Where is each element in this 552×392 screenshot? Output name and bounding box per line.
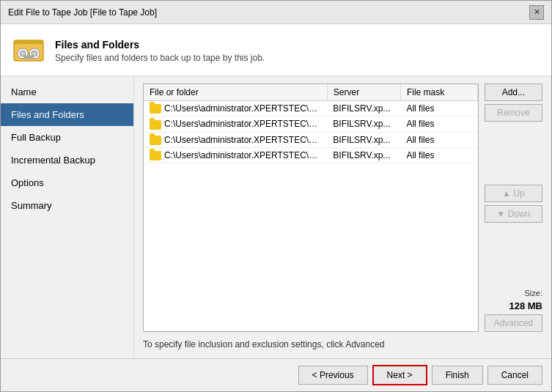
finish-button[interactable]: Finish <box>432 366 483 385</box>
sidebar-item-options[interactable]: Options <box>1 171 133 194</box>
right-buttons: Add... Remove ▲ Up ▼ Down Size: 128 MB A… <box>485 84 542 332</box>
folder-icon <box>150 151 161 160</box>
files-panel: File or folder Server File mask C:\Users… <box>143 84 542 332</box>
server-cell: BIFILSRV.xp... <box>327 147 400 163</box>
file-table-container: File or folder Server File mask C:\Users… <box>143 84 479 332</box>
mask-cell: All files <box>400 132 477 147</box>
add-button[interactable]: Add... <box>485 84 542 101</box>
file-path-cell: C:\Users\administrator.XPERTSTEC\Docu... <box>144 132 327 147</box>
dialog-title: Edit File to Tape Job [File to Tape Job] <box>8 7 157 18</box>
previous-button[interactable]: < Previous <box>298 366 368 385</box>
sidebar-item-summary[interactable]: Summary <box>1 194 133 217</box>
mask-cell: All files <box>400 101 477 117</box>
table-row[interactable]: C:\Users\administrator.XPERTSTEC\Docu...… <box>144 101 477 117</box>
server-cell: BIFILSRV.xp... <box>327 132 400 147</box>
hint-text: To specify file inclusion and exclusion … <box>143 336 542 351</box>
table-row[interactable]: C:\Users\administrator.XPERTSTEC\Docu...… <box>144 117 477 132</box>
bottom-bar: < Previous Next > Finish Cancel <box>1 358 551 391</box>
col-header-server: Server <box>327 84 400 101</box>
advanced-button[interactable]: Advanced <box>485 314 542 332</box>
tape-icon <box>11 33 46 68</box>
main-content: File or folder Server File mask C:\Users… <box>134 76 551 358</box>
sidebar-item-name[interactable]: Name <box>1 81 133 103</box>
cancel-button[interactable]: Cancel <box>487 366 542 385</box>
file-path-cell: C:\Users\administrator.XPERTSTEC\Docu... <box>144 147 327 163</box>
down-button[interactable]: ▼ Down <box>485 205 542 223</box>
header-area: Files and Folders Specify files and fold… <box>1 24 551 76</box>
file-table: File or folder Server File mask C:\Users… <box>144 84 478 163</box>
folder-icon <box>150 120 161 130</box>
svg-rect-1 <box>14 40 43 44</box>
table-row[interactable]: C:\Users\administrator.XPERTSTEC\Docu...… <box>144 132 477 147</box>
folder-icon <box>150 136 161 145</box>
up-arrow-icon: ▲ <box>502 188 511 199</box>
title-bar: Edit File to Tape Job [File to Tape Job]… <box>1 1 551 24</box>
header-text: Files and Folders Specify files and fold… <box>55 39 265 63</box>
server-cell: BIFILSRV.xp... <box>327 117 400 132</box>
col-header-file: File or folder <box>144 84 327 101</box>
header-subtitle: Specify files and folders to back up to … <box>55 53 265 63</box>
server-cell: BIFILSRV.xp... <box>327 101 400 117</box>
table-row[interactable]: C:\Users\administrator.XPERTSTEC\Docu...… <box>144 147 477 163</box>
up-button[interactable]: ▲ Up <box>485 185 542 202</box>
size-label: Size: <box>485 289 542 297</box>
close-button[interactable]: ✕ <box>529 5 544 20</box>
svg-rect-6 <box>24 56 33 59</box>
remove-button[interactable]: Remove <box>485 104 542 122</box>
mask-cell: All files <box>400 147 477 163</box>
sidebar-item-full-backup[interactable]: Full Backup <box>1 126 133 149</box>
file-path-cell: C:\Users\administrator.XPERTSTEC\Docu... <box>144 117 327 132</box>
mask-cell: All files <box>400 117 477 132</box>
col-header-mask: File mask <box>400 84 477 101</box>
down-arrow-icon: ▼ <box>496 209 505 219</box>
next-button[interactable]: Next > <box>372 365 427 385</box>
sidebar: Name Files and Folders Full Backup Incre… <box>1 76 134 358</box>
folder-icon <box>150 104 161 114</box>
body-area: Name Files and Folders Full Backup Incre… <box>1 76 551 358</box>
size-value: 128 MB <box>485 300 542 311</box>
dialog: Edit File to Tape Job [File to Tape Job]… <box>0 0 552 392</box>
file-path-cell: C:\Users\administrator.XPERTSTEC\Docu... <box>144 101 327 117</box>
header-title: Files and Folders <box>55 39 265 51</box>
sidebar-item-incremental-backup[interactable]: Incremental Backup <box>1 149 133 171</box>
sidebar-item-files-and-folders[interactable]: Files and Folders <box>1 103 133 126</box>
